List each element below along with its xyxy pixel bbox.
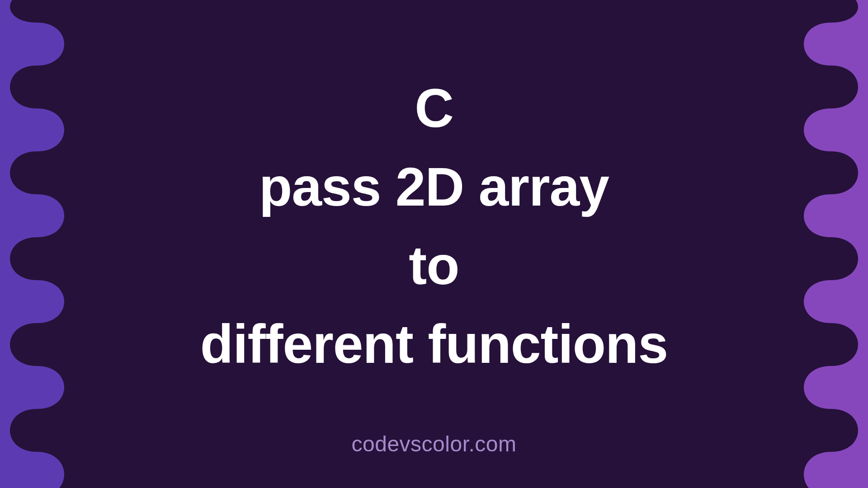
main-content: C pass 2D array to different functions xyxy=(0,0,868,488)
title-line-2: pass 2D array xyxy=(200,147,668,226)
title-line-4: different functions xyxy=(200,305,668,383)
title-line-1: C xyxy=(200,69,668,147)
hero-title: C pass 2D array to different functions xyxy=(200,69,668,383)
site-watermark: codevscolor.com xyxy=(0,432,868,456)
title-line-3: to xyxy=(200,226,668,305)
